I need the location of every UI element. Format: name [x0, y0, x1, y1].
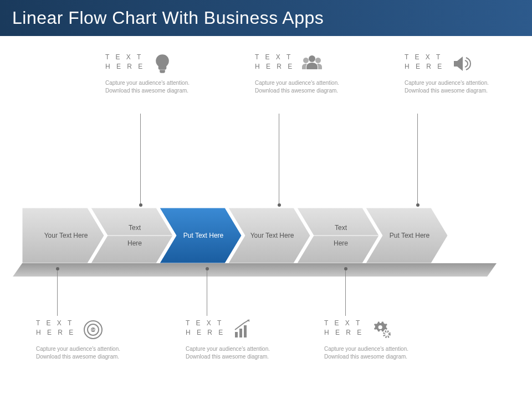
callout-desc: Capture your audience's attention. Downl…	[255, 79, 357, 95]
goal-icon: GOAL	[82, 319, 104, 341]
callout-label: T E X T	[36, 319, 75, 328]
svg-rect-16	[239, 329, 242, 337]
callout-label: H E R E	[186, 328, 225, 337]
speaker-icon	[451, 53, 473, 75]
connector-line	[279, 114, 279, 205]
callout-label: T E X T	[105, 53, 145, 62]
chart-icon	[232, 319, 254, 341]
callout-desc: Capture your audience's attention. Downl…	[186, 345, 288, 361]
callout-label: H E R E	[105, 62, 145, 71]
callout-label: T E X T	[405, 53, 444, 62]
callout-label: H E R E	[405, 62, 444, 71]
svg-rect-17	[244, 325, 247, 337]
chevron-text: Put Text Here	[183, 232, 223, 239]
callout-label: H E R E	[324, 328, 364, 337]
svg-point-19	[384, 331, 390, 337]
chevron-6: Put Text Here	[366, 208, 448, 263]
page-title: Linear Flow Chart With Business Apps	[12, 8, 520, 28]
bulb-icon	[151, 53, 173, 75]
people-icon	[301, 53, 323, 75]
callout-label: H E R E	[36, 328, 75, 337]
callout-desc: Capture your audience's attention. Downl…	[105, 79, 208, 95]
callout-label: T E X T	[324, 319, 364, 328]
chevron-text: Your Text Here	[44, 232, 88, 239]
callout-top-2: T E X T H E R E Capture your audience's …	[255, 53, 357, 95]
svg-point-0	[309, 55, 315, 62]
title-bar: Linear Flow Chart With Business Apps	[0, 0, 532, 36]
diagram-canvas: T E X T H E R E Capture your audience's …	[0, 36, 532, 399]
connector-line	[140, 114, 141, 205]
gear-icon	[370, 319, 392, 341]
chevron-text: Text	[129, 224, 141, 232]
svg-point-1	[303, 58, 309, 63]
connector-line	[207, 269, 207, 316]
callout-label: T E X T	[186, 319, 225, 328]
connector-line	[345, 269, 346, 316]
svg-rect-15	[235, 332, 238, 337]
chevron-text: Text	[335, 224, 347, 232]
callout-desc: Capture your audience's attention. Downl…	[36, 345, 139, 361]
svg-text:GOAL: GOAL	[89, 328, 97, 331]
callout-label: T E X T	[255, 53, 294, 62]
svg-point-2	[315, 58, 321, 63]
chevron-row: Your Text Here TextHere Put Text Here Yo…	[22, 208, 510, 274]
chevron-text: Your Text Here	[250, 232, 294, 239]
callout-bottom-3: T E X T H E R E Capture your audience's …	[324, 319, 427, 361]
chevron-text: Here	[334, 239, 348, 247]
callout-top-1: T E X T H E R E Capture your audience's …	[105, 53, 208, 95]
callout-desc: Capture your audience's attention. Downl…	[324, 345, 427, 361]
chevron-text: Here	[127, 239, 142, 247]
callout-top-3: T E X T H E R E Capture your audience's …	[405, 53, 507, 95]
callout-label: H E R E	[255, 62, 294, 71]
callout-bottom-1: T E X T H E R E GOAL Capture your audien…	[36, 319, 139, 361]
callout-bottom-2: T E X T H E R E Capture your audience's …	[186, 319, 288, 361]
connector-line	[417, 114, 418, 205]
callout-desc: Capture your audience's attention. Downl…	[405, 79, 507, 95]
connector-line	[57, 269, 58, 316]
chevron-text: Put Text Here	[390, 232, 429, 239]
